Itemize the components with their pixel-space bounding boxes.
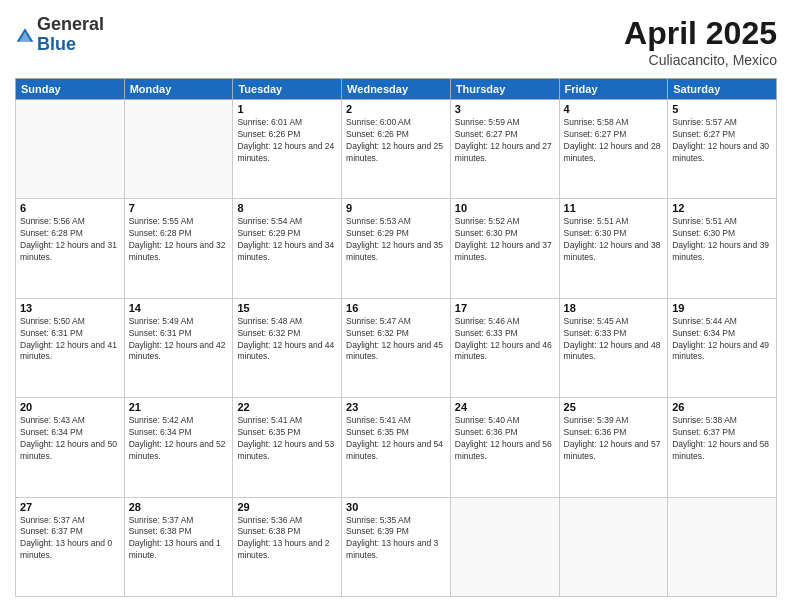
day-info: Sunrise: 5:59 AMSunset: 6:27 PMDaylight:… (455, 117, 555, 165)
week-row-5: 27Sunrise: 5:37 AMSunset: 6:37 PMDayligh… (16, 497, 777, 596)
day-number: 27 (20, 501, 120, 513)
day-cell (124, 100, 233, 199)
day-number: 17 (455, 302, 555, 314)
day-number: 13 (20, 302, 120, 314)
day-cell (559, 497, 668, 596)
day-cell: 11Sunrise: 5:51 AMSunset: 6:30 PMDayligh… (559, 199, 668, 298)
day-cell: 7Sunrise: 5:55 AMSunset: 6:28 PMDaylight… (124, 199, 233, 298)
day-number: 2 (346, 103, 446, 115)
day-info: Sunrise: 5:43 AMSunset: 6:34 PMDaylight:… (20, 415, 120, 463)
week-row-4: 20Sunrise: 5:43 AMSunset: 6:34 PMDayligh… (16, 398, 777, 497)
day-number: 12 (672, 202, 772, 214)
day-cell: 23Sunrise: 5:41 AMSunset: 6:35 PMDayligh… (342, 398, 451, 497)
day-cell: 15Sunrise: 5:48 AMSunset: 6:32 PMDayligh… (233, 298, 342, 397)
day-cell: 17Sunrise: 5:46 AMSunset: 6:33 PMDayligh… (450, 298, 559, 397)
col-monday: Monday (124, 79, 233, 100)
day-cell: 8Sunrise: 5:54 AMSunset: 6:29 PMDaylight… (233, 199, 342, 298)
day-number: 4 (564, 103, 664, 115)
day-info: Sunrise: 5:54 AMSunset: 6:29 PMDaylight:… (237, 216, 337, 264)
day-info: Sunrise: 5:41 AMSunset: 6:35 PMDaylight:… (237, 415, 337, 463)
day-info: Sunrise: 5:36 AMSunset: 6:38 PMDaylight:… (237, 515, 337, 563)
week-row-1: 1Sunrise: 6:01 AMSunset: 6:26 PMDaylight… (16, 100, 777, 199)
calendar: Sunday Monday Tuesday Wednesday Thursday… (15, 78, 777, 597)
day-cell: 3Sunrise: 5:59 AMSunset: 6:27 PMDaylight… (450, 100, 559, 199)
logo-blue-text: Blue (37, 34, 76, 54)
day-number: 26 (672, 401, 772, 413)
header: General Blue April 2025 Culiacancito, Me… (15, 15, 777, 68)
location: Culiacancito, Mexico (624, 52, 777, 68)
day-info: Sunrise: 5:56 AMSunset: 6:28 PMDaylight:… (20, 216, 120, 264)
day-info: Sunrise: 6:00 AMSunset: 6:26 PMDaylight:… (346, 117, 446, 165)
day-cell (16, 100, 125, 199)
day-number: 14 (129, 302, 229, 314)
day-cell: 13Sunrise: 5:50 AMSunset: 6:31 PMDayligh… (16, 298, 125, 397)
day-cell: 1Sunrise: 6:01 AMSunset: 6:26 PMDaylight… (233, 100, 342, 199)
day-info: Sunrise: 5:35 AMSunset: 6:39 PMDaylight:… (346, 515, 446, 563)
day-cell: 21Sunrise: 5:42 AMSunset: 6:34 PMDayligh… (124, 398, 233, 497)
day-cell: 4Sunrise: 5:58 AMSunset: 6:27 PMDaylight… (559, 100, 668, 199)
day-cell: 25Sunrise: 5:39 AMSunset: 6:36 PMDayligh… (559, 398, 668, 497)
calendar-header-row: Sunday Monday Tuesday Wednesday Thursday… (16, 79, 777, 100)
day-info: Sunrise: 5:42 AMSunset: 6:34 PMDaylight:… (129, 415, 229, 463)
day-cell: 27Sunrise: 5:37 AMSunset: 6:37 PMDayligh… (16, 497, 125, 596)
day-cell: 2Sunrise: 6:00 AMSunset: 6:26 PMDaylight… (342, 100, 451, 199)
day-number: 8 (237, 202, 337, 214)
logo-general-text: General (37, 14, 104, 34)
day-cell: 12Sunrise: 5:51 AMSunset: 6:30 PMDayligh… (668, 199, 777, 298)
day-info: Sunrise: 5:47 AMSunset: 6:32 PMDaylight:… (346, 316, 446, 364)
day-cell: 16Sunrise: 5:47 AMSunset: 6:32 PMDayligh… (342, 298, 451, 397)
day-number: 3 (455, 103, 555, 115)
col-sunday: Sunday (16, 79, 125, 100)
day-cell: 9Sunrise: 5:53 AMSunset: 6:29 PMDaylight… (342, 199, 451, 298)
day-number: 18 (564, 302, 664, 314)
day-info: Sunrise: 5:45 AMSunset: 6:33 PMDaylight:… (564, 316, 664, 364)
day-number: 19 (672, 302, 772, 314)
col-friday: Friday (559, 79, 668, 100)
day-info: Sunrise: 5:53 AMSunset: 6:29 PMDaylight:… (346, 216, 446, 264)
day-cell: 22Sunrise: 5:41 AMSunset: 6:35 PMDayligh… (233, 398, 342, 497)
col-saturday: Saturday (668, 79, 777, 100)
title-block: April 2025 Culiacancito, Mexico (624, 15, 777, 68)
day-number: 15 (237, 302, 337, 314)
day-info: Sunrise: 5:52 AMSunset: 6:30 PMDaylight:… (455, 216, 555, 264)
col-thursday: Thursday (450, 79, 559, 100)
month-title: April 2025 (624, 15, 777, 52)
calendar-body: 1Sunrise: 6:01 AMSunset: 6:26 PMDaylight… (16, 100, 777, 597)
day-cell: 19Sunrise: 5:44 AMSunset: 6:34 PMDayligh… (668, 298, 777, 397)
col-wednesday: Wednesday (342, 79, 451, 100)
week-row-2: 6Sunrise: 5:56 AMSunset: 6:28 PMDaylight… (16, 199, 777, 298)
day-number: 5 (672, 103, 772, 115)
logo-icon (15, 25, 35, 45)
day-info: Sunrise: 5:48 AMSunset: 6:32 PMDaylight:… (237, 316, 337, 364)
day-cell: 20Sunrise: 5:43 AMSunset: 6:34 PMDayligh… (16, 398, 125, 497)
day-info: Sunrise: 5:50 AMSunset: 6:31 PMDaylight:… (20, 316, 120, 364)
day-info: Sunrise: 5:57 AMSunset: 6:27 PMDaylight:… (672, 117, 772, 165)
day-number: 30 (346, 501, 446, 513)
day-cell: 24Sunrise: 5:40 AMSunset: 6:36 PMDayligh… (450, 398, 559, 497)
day-cell: 14Sunrise: 5:49 AMSunset: 6:31 PMDayligh… (124, 298, 233, 397)
col-tuesday: Tuesday (233, 79, 342, 100)
day-cell: 18Sunrise: 5:45 AMSunset: 6:33 PMDayligh… (559, 298, 668, 397)
day-info: Sunrise: 5:38 AMSunset: 6:37 PMDaylight:… (672, 415, 772, 463)
day-number: 29 (237, 501, 337, 513)
day-cell (450, 497, 559, 596)
day-number: 11 (564, 202, 664, 214)
day-info: Sunrise: 5:58 AMSunset: 6:27 PMDaylight:… (564, 117, 664, 165)
day-number: 1 (237, 103, 337, 115)
day-cell: 6Sunrise: 5:56 AMSunset: 6:28 PMDaylight… (16, 199, 125, 298)
day-number: 24 (455, 401, 555, 413)
day-info: Sunrise: 5:51 AMSunset: 6:30 PMDaylight:… (564, 216, 664, 264)
day-number: 22 (237, 401, 337, 413)
day-info: Sunrise: 5:51 AMSunset: 6:30 PMDaylight:… (672, 216, 772, 264)
day-info: Sunrise: 5:41 AMSunset: 6:35 PMDaylight:… (346, 415, 446, 463)
day-cell: 5Sunrise: 5:57 AMSunset: 6:27 PMDaylight… (668, 100, 777, 199)
day-info: Sunrise: 5:55 AMSunset: 6:28 PMDaylight:… (129, 216, 229, 264)
day-cell: 30Sunrise: 5:35 AMSunset: 6:39 PMDayligh… (342, 497, 451, 596)
day-cell (668, 497, 777, 596)
day-cell: 28Sunrise: 5:37 AMSunset: 6:38 PMDayligh… (124, 497, 233, 596)
day-number: 7 (129, 202, 229, 214)
day-info: Sunrise: 6:01 AMSunset: 6:26 PMDaylight:… (237, 117, 337, 165)
day-number: 16 (346, 302, 446, 314)
day-cell: 29Sunrise: 5:36 AMSunset: 6:38 PMDayligh… (233, 497, 342, 596)
day-number: 23 (346, 401, 446, 413)
